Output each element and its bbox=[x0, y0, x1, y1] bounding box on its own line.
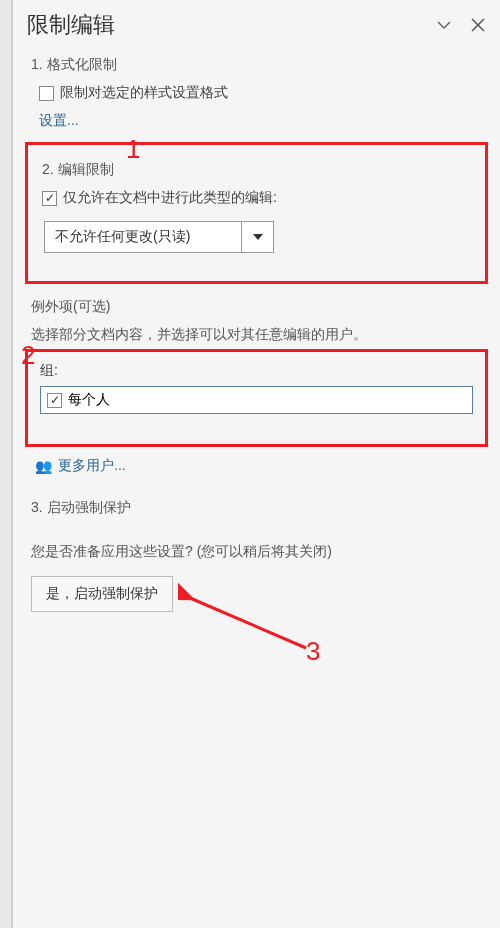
chevron-down-icon[interactable] bbox=[436, 17, 452, 33]
groups-field[interactable]: 每个人 bbox=[40, 386, 473, 414]
allow-editing-type-label: 仅允许在文档中进行此类型的编辑: bbox=[63, 189, 277, 207]
exceptions-description: 选择部分文档内容，并选择可以对其任意编辑的用户。 bbox=[31, 324, 482, 345]
section3-title: 3. 启动强制保护 bbox=[31, 499, 482, 517]
dropdown-selected-value: 不允许任何更改(只读) bbox=[45, 222, 241, 252]
restrict-editing-panel: 限制编辑 1. 格式化限制 限制对选定的样式设置格式 设置... 2. 编辑限制… bbox=[12, 0, 500, 928]
close-icon[interactable] bbox=[470, 17, 486, 33]
section-formatting: 1. 格式化限制 限制对选定的样式设置格式 设置... bbox=[13, 48, 500, 136]
settings-link[interactable]: 设置... bbox=[39, 112, 79, 130]
groups-label: 组: bbox=[40, 362, 473, 380]
allow-editing-type-checkbox[interactable] bbox=[42, 191, 57, 206]
exceptions-title: 例外项(可选) bbox=[31, 298, 500, 316]
restrict-formatting-checkbox[interactable] bbox=[39, 86, 54, 101]
everyone-checkbox[interactable] bbox=[47, 393, 62, 408]
users-icon: 👥 bbox=[35, 458, 52, 474]
more-users-link[interactable]: 👥 更多用户... bbox=[35, 457, 482, 475]
panel-header: 限制编辑 bbox=[13, 0, 500, 48]
start-enforcement-button[interactable]: 是，启动强制保护 bbox=[31, 576, 173, 612]
section-editing-restrictions: 2. 编辑限制 仅允许在文档中进行此类型的编辑: 不允许任何更改(只读) bbox=[25, 142, 488, 284]
dropdown-arrow-icon[interactable] bbox=[241, 222, 273, 252]
more-users-label: 更多用户... bbox=[58, 457, 126, 475]
editing-type-dropdown[interactable]: 不允许任何更改(只读) bbox=[44, 221, 274, 253]
everyone-label: 每个人 bbox=[68, 391, 110, 409]
groups-box: 组: 每个人 bbox=[25, 349, 488, 447]
enforcement-description: 您是否准备应用这些设置? (您可以稍后将其关闭) bbox=[31, 541, 482, 562]
section2-title: 2. 编辑限制 bbox=[42, 161, 475, 179]
section1-title: 1. 格式化限制 bbox=[31, 56, 482, 74]
section-start-enforcement: 3. 启动强制保护 bbox=[13, 491, 500, 533]
restrict-formatting-label: 限制对选定的样式设置格式 bbox=[60, 84, 228, 102]
panel-title: 限制编辑 bbox=[27, 10, 436, 40]
